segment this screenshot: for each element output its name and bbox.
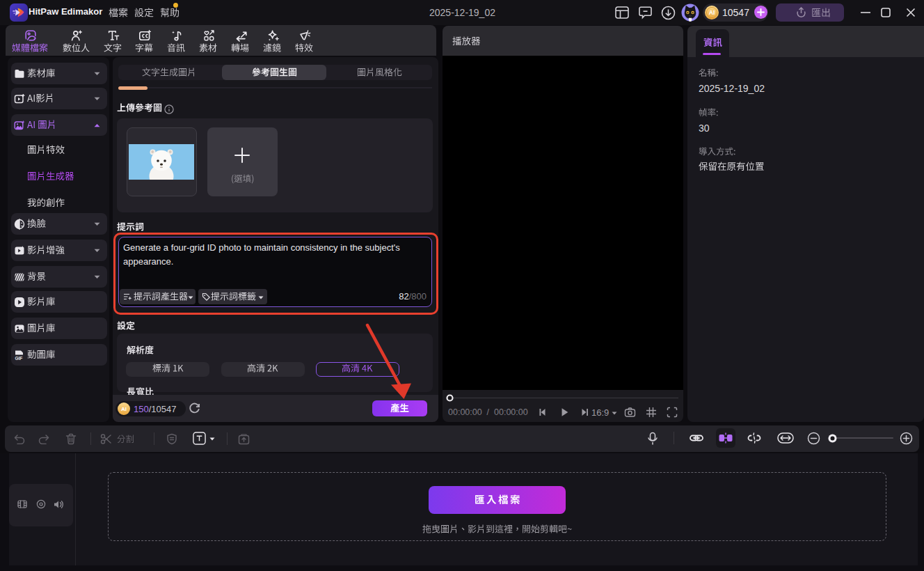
svg-text:GIF: GIF (15, 355, 23, 360)
svg-text:AI: AI (121, 406, 127, 412)
svg-text:AI: AI (709, 9, 715, 16)
